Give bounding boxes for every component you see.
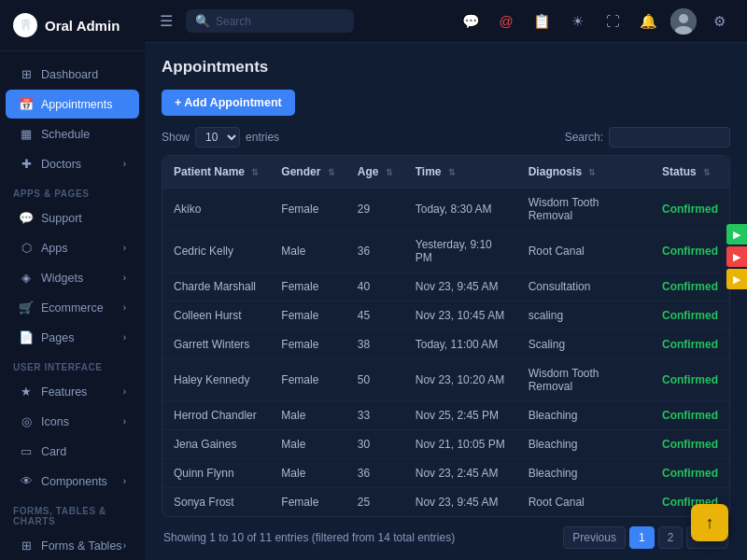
notification-icon[interactable]: 🔔 [635, 8, 661, 35]
sidebar-item-dashboard[interactable]: ⊞ Dashboard [6, 60, 139, 89]
fullscreen-icon[interactable]: ⛶ [599, 8, 626, 35]
apps-pages-section-label: APPS & PAGES [0, 179, 145, 203]
table-controls: Show 10 25 50 entries Search: [162, 127, 730, 147]
cell-time: Nov 23, 10:20 AM [404, 359, 517, 401]
table-row[interactable]: Garrett Winters Female 38 Today, 11:00 A… [162, 330, 729, 359]
sidebar-item-label: Doctors [41, 158, 81, 171]
cell-patient-name: Haley Kennedy [162, 359, 270, 401]
sidebar-item-components[interactable]: 👁 Components › [6, 467, 139, 496]
table-row[interactable]: Quinn Flynn Male 36 Nov 23, 2:45 AM Blea… [162, 459, 729, 488]
cell-age: 50 [346, 359, 404, 401]
sidebar-item-pages[interactable]: 📄 Pages › [6, 323, 139, 352]
forms-icon: ⊞ [19, 539, 34, 553]
search-bar[interactable]: 🔍 [186, 9, 354, 33]
col-gender[interactable]: Gender ⇅ [270, 156, 345, 189]
cell-status: Confirmed [651, 459, 729, 488]
cell-diagnosis: Wisdom Tooth Removal [517, 189, 651, 231]
chevron-right-icon: › [123, 302, 126, 313]
cell-age: 33 [346, 401, 404, 430]
table-row[interactable]: Cedric Kelly Male 36 Yesterday, 9:10 PM … [162, 231, 729, 273]
cell-gender: Male [270, 459, 345, 488]
sidebar-item-label: Pages [41, 331, 74, 344]
cell-age: 25 [346, 488, 404, 517]
table-row[interactable]: Jena Gaines Male 30 Nov 21, 10:05 PM Ble… [162, 430, 729, 459]
clipboard-icon[interactable]: 📋 [529, 8, 555, 35]
col-patient-name[interactable]: Patient Name ⇅ [162, 156, 270, 189]
table-row[interactable]: Haley Kennedy Female 50 Nov 23, 10:20 AM… [162, 359, 729, 401]
cell-status: Confirmed [651, 273, 729, 301]
float-yellow-button[interactable]: ▶ [726, 269, 747, 289]
cell-age: 45 [346, 301, 404, 330]
entries-select[interactable]: 10 25 50 [195, 127, 240, 147]
page-2-button[interactable]: 2 [658, 526, 684, 549]
page-title: Appointments [162, 58, 730, 77]
sidebar-item-label: Icons [41, 415, 69, 428]
float-red-button[interactable]: ▶ [726, 246, 747, 267]
content-area: Appointments + Add Appointment Show 10 2… [145, 43, 747, 560]
sidebar-item-schedule[interactable]: ▦ Schedule [6, 119, 139, 148]
chat-icon[interactable]: 💬 [458, 8, 484, 35]
appointments-icon: 📅 [19, 97, 34, 111]
sidebar-item-icons[interactable]: ◎ Icons › [6, 407, 139, 436]
col-age[interactable]: Age ⇅ [346, 156, 404, 189]
page-1-button[interactable]: 1 [629, 526, 655, 549]
avatar[interactable] [670, 8, 697, 35]
forms-section-label: FORMS, TABLES & CHARTS [0, 497, 145, 530]
sidebar-item-label: Schedule [41, 128, 90, 141]
appointments-table-wrap: Patient Name ⇅ Gender ⇅ Age ⇅ Time ⇅ Dia… [162, 155, 730, 517]
cell-time: Nov 23, 2:45 AM [404, 459, 517, 488]
sidebar-item-forms-tables[interactable]: ⊞ Forms & Tables › [6, 531, 139, 560]
table-search: Search: [565, 127, 730, 147]
cell-gender: Female [270, 359, 345, 401]
cell-time: Today, 11:00 AM [404, 330, 517, 359]
sort-icon: ⇅ [386, 168, 393, 177]
brightness-icon[interactable]: ☀ [564, 8, 590, 35]
col-status[interactable]: Status ⇅ [651, 156, 729, 189]
sidebar-item-label: Appointments [41, 98, 112, 111]
svg-point-1 [679, 14, 688, 23]
cell-time: Yesterday, 9:10 PM [404, 231, 517, 273]
cell-patient-name: Sonya Frost [162, 488, 270, 517]
sidebar-item-ecommerce[interactable]: 🛒 Ecommerce › [6, 293, 139, 322]
pages-icon: 📄 [19, 330, 34, 344]
previous-button[interactable]: Previous [563, 526, 626, 549]
chevron-right-icon: › [123, 476, 126, 486]
sidebar-item-doctors[interactable]: ✚ Doctors › [6, 149, 139, 178]
col-diagnosis[interactable]: Diagnosis ⇅ [517, 156, 651, 189]
cell-gender: Male [270, 430, 345, 459]
header-actions: 💬 @ 📋 ☀ ⛶ 🔔 ⚙ [458, 8, 732, 35]
sidebar-item-label: Dashboard [41, 68, 98, 81]
col-time[interactable]: Time ⇅ [404, 156, 517, 189]
sidebar-item-features[interactable]: ★ Features › [6, 377, 139, 406]
table-row[interactable]: Charde Marshall Female 40 Nov 23, 9:45 A… [162, 273, 729, 301]
fab-button[interactable]: ↑ [691, 504, 728, 541]
add-appointment-button[interactable]: + Add Appointment [162, 90, 295, 116]
cell-diagnosis: Root Canal [517, 231, 651, 273]
table-row[interactable]: Sonya Frost Female 25 Nov 23, 9:45 AM Ro… [162, 488, 729, 517]
cell-time: Nov 25, 2:45 PM [404, 401, 517, 430]
cell-patient-name: Colleen Hurst [162, 301, 270, 330]
cell-gender: Female [270, 330, 345, 359]
show-entries-control: Show 10 25 50 entries [162, 127, 279, 147]
sort-icon: ⇅ [703, 168, 711, 177]
settings-icon[interactable]: ⚙ [706, 8, 732, 35]
float-green-button[interactable]: ▶ [726, 224, 747, 245]
ui-section-label: USER INTERFACE [0, 353, 145, 376]
sidebar-item-support[interactable]: 💬 Support [6, 203, 139, 232]
sidebar-item-appointments[interactable]: 📅 Appointments [6, 90, 139, 119]
sidebar-item-card[interactable]: ▭ Card [6, 437, 139, 466]
schedule-icon: ▦ [19, 127, 34, 141]
cell-time: Nov 23, 9:45 AM [404, 273, 517, 301]
search-input[interactable] [216, 15, 337, 28]
table-search-input[interactable] [609, 127, 730, 147]
cell-gender: Female [270, 273, 345, 301]
table-row[interactable]: Colleen Hurst Female 45 Nov 23, 10:45 AM… [162, 301, 729, 330]
cell-patient-name: Cedric Kelly [162, 231, 270, 273]
sidebar-item-apps[interactable]: ⬡ Apps › [6, 233, 139, 262]
hamburger-icon[interactable]: ☰ [160, 12, 173, 30]
at-icon[interactable]: @ [493, 8, 519, 35]
doctors-icon: ✚ [19, 157, 34, 171]
table-row[interactable]: Herrod Chandler Male 33 Nov 25, 2:45 PM … [162, 401, 729, 430]
table-row[interactable]: Akiko Female 29 Today, 8:30 AM Wisdom To… [162, 189, 729, 231]
sidebar-item-widgets[interactable]: ◈ Widgets › [6, 263, 139, 292]
